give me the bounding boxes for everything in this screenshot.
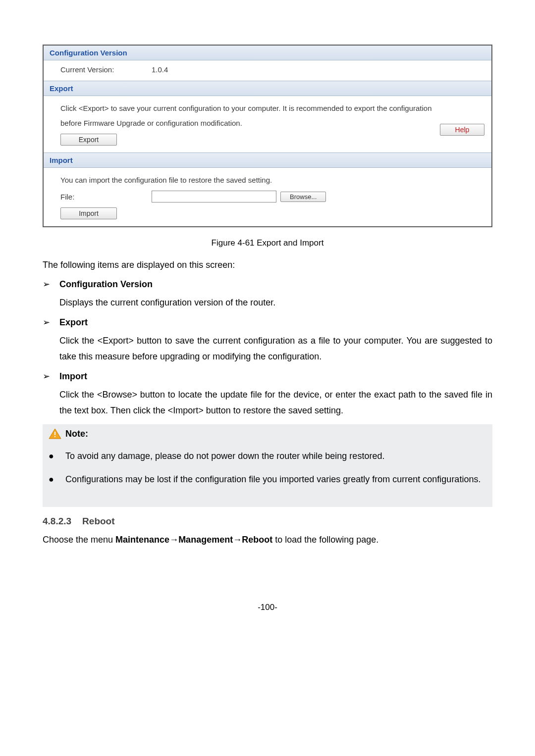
export-body: Click <Export> to save your current conf…	[44, 96, 491, 152]
bullet-dot-icon: ●	[49, 448, 65, 464]
config-version-body: Current Version: 1.0.4	[44, 60, 491, 81]
intro-text: The following items are displayed on thi…	[43, 257, 492, 273]
arrow-icon: ➢	[43, 317, 59, 328]
bullet-body-import: Click the <Browse> button to locate the …	[59, 387, 492, 419]
file-path-input[interactable]	[152, 191, 276, 202]
bullet-export: ➢ Export	[43, 317, 492, 328]
arrow-icon: ➢	[43, 279, 59, 290]
section-number: 4.8.2.3	[43, 516, 71, 527]
bullet-head-export: Export	[59, 317, 88, 328]
page-number: -100-	[43, 603, 492, 612]
bullet-head-config-version: Configuration Version	[59, 279, 153, 290]
note-heading: Note:	[49, 428, 486, 439]
svg-rect-2	[54, 436, 55, 437]
bullet-head-import: Import	[59, 371, 87, 382]
config-panel: Configuration Version Current Version: 1…	[43, 45, 492, 227]
section-heading: 4.8.2.3 Reboot	[43, 516, 492, 527]
figure-caption: Figure 4-61 Export and Import	[43, 238, 492, 248]
import-description: You can import the configuration file to…	[60, 173, 484, 188]
note-box: Note: ● To avoid any damage, please do n…	[43, 424, 492, 507]
export-button[interactable]: Export	[60, 134, 117, 146]
import-header: Import	[44, 152, 491, 168]
note-label: Note:	[65, 429, 88, 439]
bullet-body-config-version: Displays the current configuration versi…	[59, 295, 492, 310]
bullet-config-version: ➢ Configuration Version	[43, 279, 492, 290]
arrow-icon: ➢	[43, 371, 59, 382]
config-version-header: Configuration Version	[44, 46, 491, 60]
browse-button[interactable]: Browse...	[280, 192, 326, 202]
import-body: You can import the configuration file to…	[44, 168, 491, 226]
current-version-value: 1.0.4	[152, 65, 168, 74]
export-description: Click <Export> to save your current conf…	[60, 101, 432, 131]
bullet-dot-icon: ●	[49, 471, 65, 487]
section-body: Choose the menu Maintenance→Management→R…	[43, 532, 492, 548]
warning-icon	[49, 428, 61, 439]
import-button[interactable]: Import	[60, 207, 117, 219]
export-header: Export	[44, 81, 491, 96]
bullet-import: ➢ Import	[43, 371, 492, 382]
file-label: File:	[60, 193, 140, 201]
note-item-2: ● Configurations may be lost if the conf…	[49, 471, 486, 487]
note-item-1: ● To avoid any damage, please do not pow…	[49, 448, 486, 464]
help-button[interactable]: Help	[440, 124, 484, 136]
section-title: Reboot	[82, 516, 114, 527]
svg-rect-1	[54, 432, 55, 435]
bullet-body-export: Click the <Export> button to save the cu…	[59, 333, 492, 365]
current-version-label: Current Version:	[60, 65, 140, 74]
